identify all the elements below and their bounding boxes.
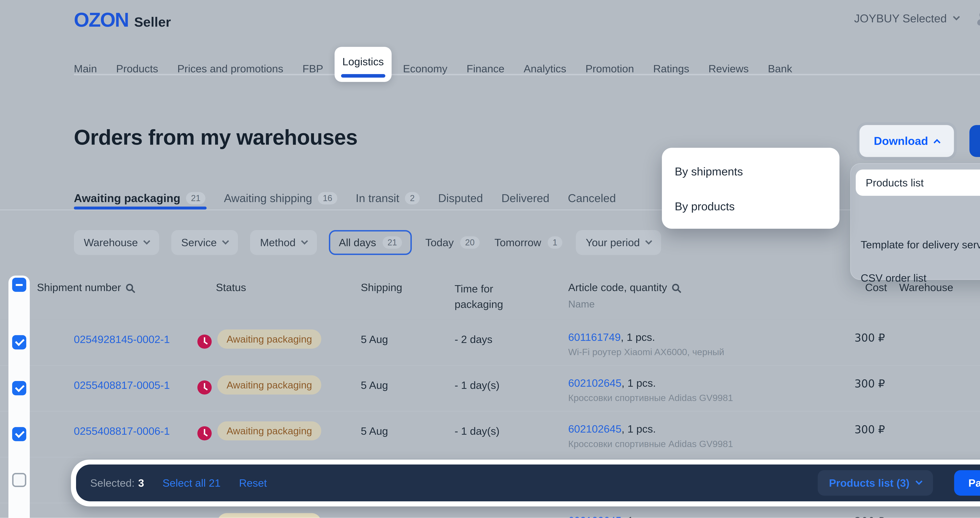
nav-item-ratings[interactable]: Ratings: [653, 54, 689, 75]
download-menu: By shipmentsBy products: [662, 148, 840, 229]
filter-method[interactable]: Method: [250, 230, 317, 255]
row-checkbox[interactable]: [12, 381, 26, 395]
status-badge: Awaiting packaging: [217, 421, 321, 440]
filter-label: Your period: [585, 236, 640, 249]
tab-label: Disputed: [438, 192, 483, 205]
filter-row: WarehouseServiceMethodAll days21Today20T…: [74, 230, 661, 255]
search-icon[interactable]: [126, 284, 133, 291]
select-all-link[interactable]: Select all 21: [162, 477, 221, 489]
selected-label: Selected:: [90, 477, 135, 489]
table-row: 0254928145-0002-1 Awaiting packaging 5 A…: [0, 319, 980, 366]
filter-tomorrow[interactable]: Tomorrow1: [493, 230, 564, 255]
menu-item-csv-order-list[interactable]: CSV order list: [861, 272, 926, 284]
menu-item-template-delivery[interactable]: Template for delivery service: [861, 238, 980, 251]
filter-service[interactable]: Service: [171, 230, 238, 255]
menu-item-by-shipments[interactable]: By shipments: [662, 154, 840, 189]
tab-count-badge: 21: [186, 192, 205, 204]
column-header-name: Name: [568, 298, 595, 310]
filter-today[interactable]: Today20: [424, 230, 481, 255]
account-selector[interactable]: JOYBUY Selected: [854, 12, 959, 25]
article-code-link[interactable]: 601161749: [568, 331, 621, 343]
tab-delivered[interactable]: Delivered: [501, 192, 549, 205]
shipment-number-link[interactable]: 0255408817-0006-1: [74, 425, 170, 437]
pack-all-button[interactable]: Pack all: [969, 125, 980, 157]
filter-label: Service: [181, 236, 216, 249]
row-checkbox[interactable]: [12, 335, 26, 349]
article-qty: , 1 pcs.: [622, 423, 656, 435]
chevron-down-icon: [222, 238, 229, 245]
article-cell: 601161749, 1 pcs.: [568, 331, 655, 343]
filter-label: Tomorrow: [495, 236, 541, 249]
shipment-number-link[interactable]: 0254928145-0002-1: [74, 333, 170, 346]
status-tabs: Awaiting packaging21Awaiting shipping16I…: [74, 192, 616, 205]
reset-link[interactable]: Reset: [239, 477, 267, 489]
selected-count: Selected:3: [90, 477, 144, 489]
filter-warehouse[interactable]: Warehouse: [74, 230, 159, 255]
tab-in-transit[interactable]: In transit2: [356, 192, 420, 205]
page-title: Orders from my warehouses: [74, 125, 358, 149]
download-button[interactable]: Download: [859, 125, 954, 157]
article-code-link[interactable]: 602102645: [568, 515, 622, 518]
article-code-link[interactable]: 602102645: [568, 377, 622, 389]
search-icon[interactable]: [672, 284, 679, 291]
filter-your-period[interactable]: Your period: [576, 230, 661, 255]
packaging-time: - 1 day(s): [455, 516, 500, 518]
column-header-article[interactable]: Article code, quantity: [568, 281, 679, 294]
menu-item-label: Products list: [866, 176, 924, 189]
filter-count-badge: 1: [547, 236, 562, 249]
menu-item-by-products[interactable]: By products: [662, 189, 840, 224]
status-badge: Awaiting packaging: [217, 375, 321, 394]
tab-disputed[interactable]: Disputed: [438, 192, 483, 205]
nav-item-finance[interactable]: Finance: [466, 54, 504, 75]
nav-item-economy[interactable]: Economy: [403, 54, 447, 75]
chevron-down-icon: [645, 238, 652, 245]
article-cell: 602102645, 1 pcs.: [568, 377, 656, 389]
logo-seller: Seller: [134, 14, 171, 30]
shipment-number-link[interactable]: 0255408817-0009-1: [74, 516, 170, 518]
tab-awaiting-packaging[interactable]: Awaiting packaging21: [74, 192, 205, 205]
menu-item-products-list[interactable]: Products list: [856, 170, 980, 196]
profile-icon[interactable]: [975, 10, 980, 27]
filter-label: Warehouse: [84, 236, 138, 249]
nav-item-analytics[interactable]: Analytics: [524, 54, 566, 75]
status-badge: Awaiting packaging: [217, 329, 321, 349]
cost-value: 300 ₽: [795, 515, 885, 518]
chevron-down-icon: [953, 14, 960, 21]
logo-ozon: OZON: [74, 8, 129, 31]
products-list-button-label: Products list (3): [829, 477, 910, 489]
row-checkbox[interactable]: [12, 473, 26, 487]
row-checkbox[interactable]: [12, 427, 26, 441]
pack-selected-button[interactable]: Pack (3): [954, 470, 980, 496]
tab-count-badge: 16: [318, 192, 337, 204]
tab-canceled[interactable]: Canceled: [568, 192, 616, 205]
article-qty: , 1 pcs.: [622, 377, 656, 389]
nav-item-products[interactable]: Products: [116, 54, 158, 75]
download-label: Download: [874, 135, 928, 148]
nav-item-prices-and-promotions[interactable]: Prices and promotions: [177, 54, 283, 75]
nav-item-promotion[interactable]: Promotion: [585, 54, 634, 75]
account-label: JOYBUY Selected: [854, 12, 947, 25]
tab-awaiting-shipping[interactable]: Awaiting shipping16: [224, 192, 337, 205]
article-code-link[interactable]: 602102645: [568, 423, 622, 435]
column-header-shipment[interactable]: Shipment number: [37, 281, 133, 294]
main-nav: MainProductsPrices and promotionsFBPLogi…: [74, 47, 792, 82]
filter-all-days[interactable]: All days21: [329, 230, 412, 255]
filter-count-badge: 20: [460, 236, 480, 249]
tab-label: Awaiting packaging: [74, 192, 180, 205]
active-tab-underline: [74, 207, 207, 209]
nav-item-fbp[interactable]: FBP: [302, 54, 323, 75]
selection-bar-highlight: Selected:3 Select all 21 Reset Products …: [71, 459, 980, 507]
shipment-number-link[interactable]: 0255408817-0005-1: [74, 379, 170, 391]
nav-item-main[interactable]: Main: [74, 54, 97, 75]
select-all-checkbox[interactable]: [12, 278, 26, 292]
nav-item-logistics[interactable]: Logistics: [334, 47, 391, 82]
nav-item-reviews[interactable]: Reviews: [708, 54, 749, 75]
filter-label: Today: [425, 236, 454, 249]
shipping-date: 5 Aug: [361, 379, 388, 391]
packaging-time: - 1 day(s): [455, 379, 500, 391]
product-name: Wi-Fi роутер Xiaomi AX6000, черный: [568, 346, 724, 357]
nav-item-bank[interactable]: Bank: [768, 54, 792, 75]
tab-label: Delivered: [501, 192, 549, 205]
shipping-date: 5 Aug: [361, 333, 388, 346]
products-list-button[interactable]: Products list (3): [818, 470, 933, 496]
